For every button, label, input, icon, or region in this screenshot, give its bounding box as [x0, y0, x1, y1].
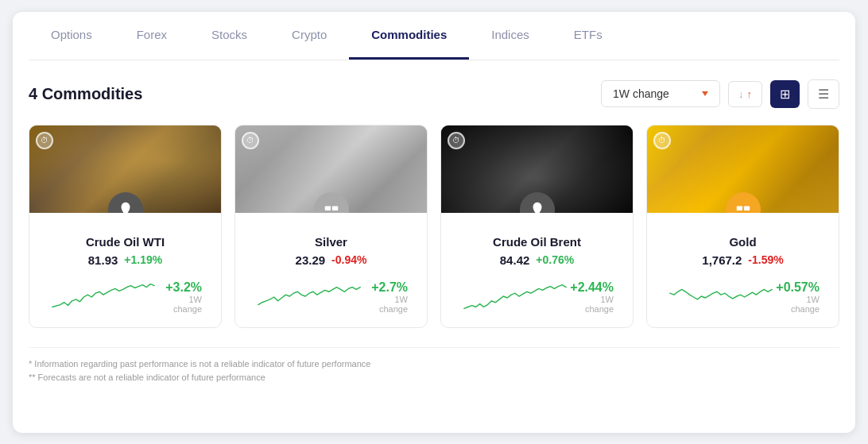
card-change-crude-oil-brent: +0.76%: [536, 253, 574, 266]
toolbar-right: 1W change ↓ ↑ ⊞ ☰: [601, 79, 839, 109]
card-change-gold: -1.59%: [748, 253, 783, 266]
weekly-label-gold: 1W change: [776, 295, 820, 314]
card-change-crude-oil-wti: +1.19%: [124, 253, 162, 266]
sort-direction-button[interactable]: ↓ ↑: [728, 81, 762, 107]
sparkline-crude-oil-brent: [460, 278, 570, 316]
weekly-change-crude-oil-wti: +3.2% 1W change: [158, 280, 202, 314]
arrow-up-icon: ↑: [747, 88, 753, 100]
sparkline-row-gold: +0.57% 1W change: [660, 278, 826, 316]
weekly-pct-crude-oil-brent: +2.44%: [570, 280, 614, 294]
view-grid-button[interactable]: ⊞: [770, 80, 800, 108]
weekly-pct-gold: +0.57%: [776, 280, 820, 294]
sparkline-row-crude-oil-brent: +2.44% 1W change: [454, 278, 620, 316]
clock-icon-crude-oil-brent: ⏱: [448, 132, 465, 149]
card-body-silver: Silver 23.29 -0.94% +2.7% 1W change: [235, 213, 427, 327]
sparkline-row-silver: +2.7% 1W change: [248, 278, 414, 316]
sparkline-gold: [666, 278, 776, 316]
dropdown-arrow-icon: [702, 91, 708, 96]
card-body-gold: Gold 1,767.2 -1.59% +0.57% 1W change: [647, 213, 839, 327]
card-name-gold: Gold: [660, 235, 826, 249]
commodities-count: 4 Commodities: [29, 85, 142, 103]
card-image-crude-oil-brent: ⏱: [441, 125, 633, 213]
clock-icon-crude-oil-wti: ⏱: [36, 132, 53, 149]
footer-notes: * Information regarding past performance…: [29, 347, 839, 385]
card-price-row-crude-oil-wti: 81.93 +1.19%: [42, 253, 208, 267]
weekly-label-silver: 1W change: [364, 295, 408, 314]
card-price-silver: 23.29: [296, 253, 326, 267]
sparkline-row-crude-oil-wti: +3.2% 1W change: [42, 278, 208, 316]
weekly-pct-silver: +2.7%: [371, 280, 408, 294]
card-name-crude-oil-wti: Crude Oil WTI: [42, 235, 208, 249]
svg-rect-3: [332, 209, 337, 210]
view-list-button[interactable]: ☰: [808, 79, 839, 109]
clock-icon-gold: ⏱: [653, 132, 671, 149]
footer-note-1: * Information regarding past performance…: [29, 357, 839, 372]
card-body-crude-oil-brent: Crude Oil Brent 84.42 +0.76% +2.44% 1W c…: [441, 213, 633, 327]
card-image-gold: ⏱: [647, 125, 839, 213]
card-price-row-crude-oil-brent: 84.42 +0.76%: [454, 253, 620, 267]
svg-rect-7: [744, 209, 749, 210]
clock-icon-silver: ⏱: [242, 132, 259, 149]
app-container: Options Forex Stocks Crypto Commodities …: [13, 12, 855, 433]
footer-note-2: ** Forecasts are not a reliable indicato…: [29, 371, 839, 385]
weekly-pct-crude-oil-wti: +3.2%: [165, 280, 202, 294]
weekly-change-gold: +0.57% 1W change: [776, 280, 820, 314]
card-name-crude-oil-brent: Crude Oil Brent: [454, 235, 620, 249]
commodities-grid: ⏱ Crude Oil WTI 81.93 +1.19% +3.2%: [29, 125, 839, 328]
tab-indices[interactable]: Indices: [469, 12, 552, 60]
arrow-down-icon: ↓: [738, 88, 744, 100]
sort-dropdown[interactable]: 1W change: [601, 80, 720, 107]
weekly-label-crude-oil-wti: 1W change: [158, 295, 202, 314]
card-image-silver: ⏱: [235, 125, 427, 213]
sort-label: 1W change: [613, 87, 669, 100]
card-price-gold: 1,767.2: [702, 253, 742, 267]
card-price-crude-oil-wti: 81.93: [88, 253, 118, 267]
sparkline-crude-oil-wti: [48, 278, 158, 316]
commodity-card-crude-oil-wti[interactable]: ⏱ Crude Oil WTI 81.93 +1.19% +3.2%: [29, 125, 222, 328]
svg-rect-1: [325, 209, 330, 210]
commodity-card-gold[interactable]: ⏱ Gold 1,767.2 -1.59% +0.57% 1W: [646, 125, 839, 328]
weekly-label-crude-oil-brent: 1W change: [570, 295, 614, 314]
card-name-silver: Silver: [248, 235, 414, 249]
weekly-change-crude-oil-brent: +2.44% 1W change: [570, 280, 614, 314]
sparkline-silver: [254, 278, 364, 316]
card-image-crude-oil-wti: ⏱: [29, 125, 221, 213]
svg-rect-5: [737, 209, 742, 210]
tab-commodities[interactable]: Commodities: [349, 12, 469, 60]
toolbar: 4 Commodities 1W change ↓ ↑ ⊞ ☰: [29, 79, 839, 109]
tab-etfs[interactable]: ETFs: [552, 12, 625, 60]
commodity-card-crude-oil-brent[interactable]: ⏱ Crude Oil Brent 84.42 +0.76% +2.44%: [440, 125, 634, 328]
card-change-silver: -0.94%: [331, 253, 366, 266]
commodity-card-silver[interactable]: ⏱ Silver 23.29 -0.94% +2.7% 1W c: [234, 125, 428, 328]
card-price-row-gold: 1,767.2 -1.59%: [660, 253, 826, 267]
tab-forex[interactable]: Forex: [114, 12, 189, 60]
weekly-change-silver: +2.7% 1W change: [364, 280, 408, 314]
card-price-crude-oil-brent: 84.42: [500, 253, 530, 267]
card-price-row-silver: 23.29 -0.94%: [248, 253, 414, 267]
tab-stocks[interactable]: Stocks: [189, 12, 269, 60]
nav-tabs: Options Forex Stocks Crypto Commodities …: [29, 12, 839, 60]
tab-crypto[interactable]: Crypto: [269, 12, 349, 60]
tab-options[interactable]: Options: [29, 12, 114, 60]
card-body-crude-oil-wti: Crude Oil WTI 81.93 +1.19% +3.2% 1W chan…: [29, 213, 221, 327]
